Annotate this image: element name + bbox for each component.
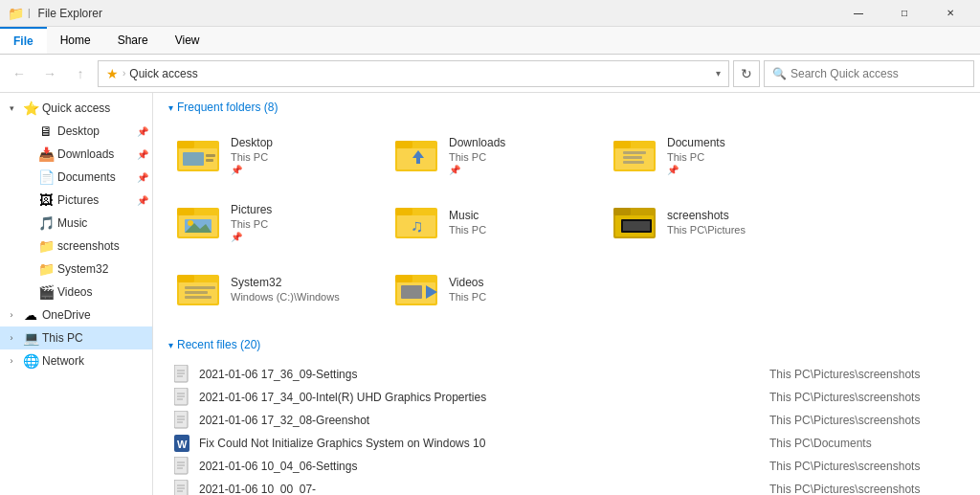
videos-icon: 🎬 <box>38 284 54 300</box>
expand-placeholder <box>19 215 34 231</box>
tab-share[interactable]: Share <box>104 27 162 54</box>
recent-path-1: This PC\Pictures\screenshots <box>769 391 961 404</box>
folder-thumb-screenshots <box>613 199 659 245</box>
folder-info-screenshots: screenshots This PC\Pictures <box>667 209 746 236</box>
refresh-button[interactable]: ↻ <box>733 60 760 87</box>
svg-text:♫: ♫ <box>411 216 424 236</box>
folder-name-downloads: Downloads <box>449 136 505 149</box>
sidebar-item-onedrive[interactable]: › ☁ OneDrive <box>0 304 152 326</box>
folder-info-pictures: Pictures This PC 📌 <box>231 203 272 242</box>
sidebar-item-pictures[interactable]: 🖼 Pictures 📌 <box>0 189 152 212</box>
folder-item-screenshots[interactable]: screenshots This PC\Pictures <box>605 192 815 252</box>
sidebar-item-this-pc[interactable]: › 💻 This PC <box>0 326 152 349</box>
sidebar-item-downloads[interactable]: 📥 Downloads 📌 <box>0 143 152 166</box>
recent-files-header[interactable]: ▾ Recent files (20) <box>168 338 965 351</box>
folder-item-music[interactable]: ♫ Music This PC <box>387 192 597 252</box>
svg-rect-14 <box>623 156 642 159</box>
folder-path-screenshots: This PC\Pictures <box>667 224 746 236</box>
folder-item-desktop[interactable]: Desktop This PC 📌 <box>168 125 379 185</box>
sidebar-item-quick-access[interactable]: ▾ ⭐ Quick access <box>0 97 152 120</box>
address-star-icon: ★ <box>106 66 119 81</box>
svg-rect-23 <box>395 208 412 215</box>
recent-name-3: Fix Could Not Initialize Graphics System… <box>199 437 762 450</box>
recent-file-icon-2 <box>172 411 191 430</box>
sidebar-label-this-pc: This PC <box>42 331 148 345</box>
sidebar-item-documents[interactable]: 📄 Documents 📌 <box>0 166 152 189</box>
recent-file-icon-0 <box>172 365 191 384</box>
sidebar-item-network[interactable]: › 🌐 Network <box>0 349 152 372</box>
recent-path-5: This PC\Pictures\screenshots <box>769 483 961 495</box>
folder-info-downloads: Downloads This PC 📌 <box>449 136 505 175</box>
folder-name-desktop: Desktop <box>231 136 273 149</box>
svg-rect-35 <box>185 291 208 294</box>
sidebar-item-videos[interactable]: 🎬 Videos <box>0 281 152 304</box>
folder-item-system32[interactable]: System32 Windows (C:)\Windows <box>168 259 379 319</box>
folder-pin-downloads: 📌 <box>449 165 505 175</box>
recent-name-0: 2021-01-06 17_36_09-Settings <box>199 368 762 381</box>
title-bar-separator: | <box>28 8 31 18</box>
expand-placeholder <box>19 146 34 162</box>
svg-text:W: W <box>177 439 188 450</box>
tab-view[interactable]: View <box>162 27 213 54</box>
folder-path-videos: This PC <box>449 291 486 303</box>
svg-rect-36 <box>185 296 212 299</box>
search-input[interactable] <box>791 67 966 80</box>
sidebar-label-system32: System32 <box>57 262 148 276</box>
folder-info-system32: System32 Windows (C:)\Windows <box>231 276 340 303</box>
sidebar-item-screenshots[interactable]: 📁 screenshots <box>0 235 152 258</box>
folder-item-pictures[interactable]: Pictures This PC 📌 <box>168 192 379 252</box>
sidebar-label-videos: Videos <box>57 285 148 299</box>
folder-item-videos[interactable]: Videos This PC <box>387 259 597 319</box>
recent-file-icon-1 <box>172 388 191 407</box>
this-pc-icon: 💻 <box>23 330 38 346</box>
svg-rect-5 <box>206 159 213 162</box>
recent-name-2: 2021-01-06 17_32_08-Greenshot <box>199 414 762 427</box>
recent-file-icon-4 <box>172 457 191 476</box>
recent-item-0[interactable]: 2021-01-06 17_36_09-Settings This PC\Pic… <box>168 363 965 386</box>
sidebar-item-desktop[interactable]: 🖥 Desktop 📌 <box>0 120 152 143</box>
folder-info-documents: Documents This PC 📌 <box>667 136 725 175</box>
recent-item-2[interactable]: 2021-01-06 17_32_08-Greenshot This PC\Pi… <box>168 409 965 432</box>
sidebar-item-music[interactable]: 🎵 Music <box>0 212 152 235</box>
recent-item-5[interactable]: 2021-01-06 10_00_07- This PC\Pictures\sc… <box>168 478 965 495</box>
address-bar[interactable]: ★ › Quick access ▾ <box>98 60 729 87</box>
sidebar-label-documents: Documents <box>57 170 133 184</box>
tab-home[interactable]: Home <box>47 27 104 54</box>
expand-icon: › <box>4 330 19 346</box>
forward-button[interactable]: → <box>36 60 63 87</box>
folder-pin-desktop: 📌 <box>231 165 273 175</box>
search-bar[interactable]: 🔍 <box>764 60 974 87</box>
recent-name-1: 2021-01-06 17_34_00-Intel(R) UHD Graphic… <box>199 391 762 404</box>
address-text: Quick access <box>129 67 712 80</box>
address-dropdown-icon[interactable]: ▾ <box>716 68 721 79</box>
folder-item-downloads[interactable]: Downloads This PC 📌 <box>387 125 597 185</box>
maximize-button[interactable]: □ <box>882 0 926 27</box>
folder-thumb-desktop <box>177 132 223 178</box>
pictures-icon: 🖼 <box>38 192 54 208</box>
close-button[interactable]: ✕ <box>928 0 972 27</box>
folder-item-documents[interactable]: Documents This PC 📌 <box>605 125 815 185</box>
svg-rect-38 <box>395 275 412 282</box>
minimize-button[interactable]: — <box>836 0 880 27</box>
folder-path-desktop: This PC <box>231 151 273 163</box>
recent-item-3[interactable]: W Fix Could Not Initialize Graphics Syst… <box>168 432 965 455</box>
folder-info-desktop: Desktop This PC 📌 <box>231 136 273 175</box>
frequent-folders-header[interactable]: ▾ Frequent folders (8) <box>168 101 965 114</box>
expand-icon: › <box>4 353 19 369</box>
sidebar-label-music: Music <box>57 216 148 230</box>
svg-rect-34 <box>185 286 215 289</box>
folder-pin-pictures: 📌 <box>231 232 272 242</box>
screenshots-icon: 📁 <box>38 238 54 254</box>
sidebar-item-system32[interactable]: 📁 System32 <box>0 258 152 281</box>
folder-grid: Desktop This PC 📌 Downloads <box>168 125 965 319</box>
svg-rect-13 <box>623 151 646 154</box>
recent-item-4[interactable]: 2021-01-06 10_04_06-Settings This PC\Pic… <box>168 455 965 478</box>
content-area: ▾ Frequent folders (8) Desktop <box>153 93 980 495</box>
recent-item-1[interactable]: 2021-01-06 17_34_00-Intel(R) UHD Graphic… <box>168 386 965 409</box>
tab-file[interactable]: File <box>0 27 47 54</box>
up-button[interactable]: ↑ <box>67 60 94 87</box>
svg-rect-40 <box>401 285 422 299</box>
folder-name-documents: Documents <box>667 136 725 149</box>
back-button[interactable]: ← <box>6 60 33 87</box>
svg-rect-7 <box>395 141 412 148</box>
